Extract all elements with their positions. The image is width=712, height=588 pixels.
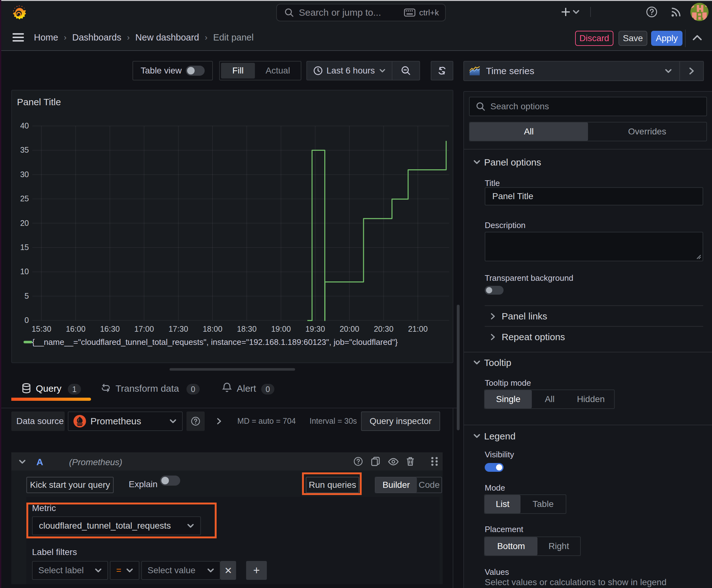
svg-text:35: 35 [20, 145, 29, 154]
svg-text:15:30: 15:30 [32, 324, 51, 333]
svg-text:17:00: 17:00 [134, 324, 154, 333]
svg-text:17:30: 17:30 [169, 324, 188, 333]
svg-text:20:30: 20:30 [374, 324, 394, 333]
svg-text:0: 0 [24, 316, 29, 324]
svg-text:15: 15 [20, 243, 29, 252]
svg-text:18:30: 18:30 [237, 324, 257, 333]
svg-text:16:30: 16:30 [100, 324, 120, 333]
svg-text:25: 25 [20, 194, 29, 203]
svg-text:40: 40 [20, 121, 29, 130]
svg-text:20: 20 [20, 218, 29, 227]
svg-text:30: 30 [20, 170, 29, 179]
svg-text:10: 10 [20, 267, 29, 276]
svg-text:18:00: 18:00 [203, 324, 222, 333]
svg-text:20:00: 20:00 [340, 324, 360, 333]
svg-text:5: 5 [24, 292, 29, 300]
svg-text:16:00: 16:00 [66, 324, 86, 333]
svg-text:19:30: 19:30 [305, 324, 325, 333]
svg-text:21:00: 21:00 [408, 324, 428, 333]
svg-text:{__name__="cloudflared_tunnel_: {__name__="cloudflared_tunnel_total_requ… [32, 337, 398, 347]
svg-text:19:00: 19:00 [271, 324, 291, 333]
